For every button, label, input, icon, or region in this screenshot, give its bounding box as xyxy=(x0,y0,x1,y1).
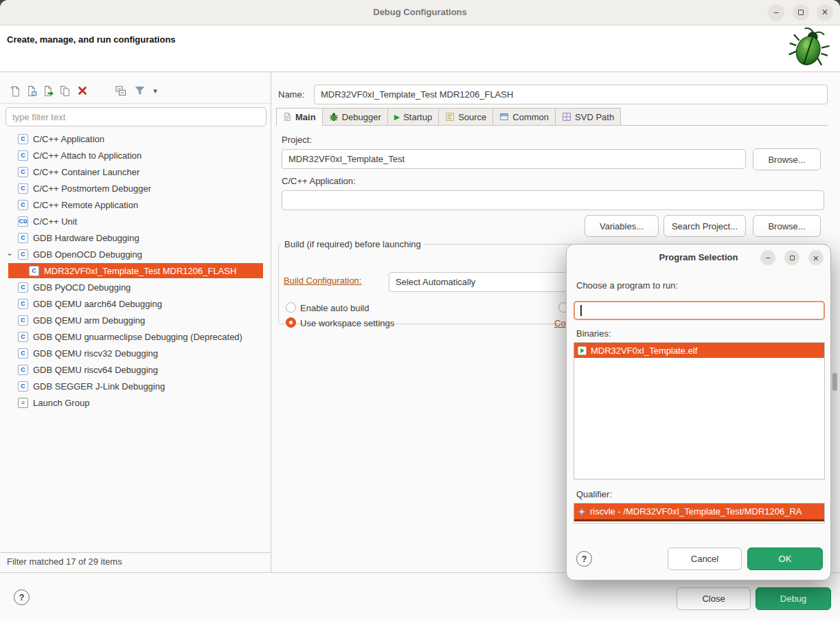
tree-item-2[interactable]: CC/C++ Container Launcher xyxy=(0,163,264,180)
tab-debugger[interactable]: Debugger xyxy=(322,108,388,125)
tree-item-1[interactable]: CC/C++ Attach to Application xyxy=(0,147,264,163)
svd-path-tab-icon xyxy=(562,112,571,122)
maximize-button[interactable] xyxy=(793,4,809,21)
collapse-all-icon xyxy=(115,85,126,96)
vertical-scrollbar[interactable] xyxy=(832,373,837,391)
tree-item-15[interactable]: CGDB SEGGER J-Link Debugging xyxy=(0,378,264,394)
dialog-close-icon[interactable]: × xyxy=(808,250,824,265)
common-tab-icon xyxy=(499,112,509,122)
radio-use-workspace-settings[interactable] xyxy=(286,317,296,328)
close-button[interactable]: Close xyxy=(677,587,751,610)
debug-configurations-window: Debug Configurations − × Create, manage,… xyxy=(0,0,840,621)
radio-use-workspace-settings-label: Use workspace settings xyxy=(300,318,394,328)
name-input[interactable] xyxy=(314,84,828,104)
tree-item-7[interactable]: ⌄CGDB OpenOCD Debugging xyxy=(0,246,264,262)
help-button[interactable]: ? xyxy=(14,589,30,605)
filter-menu-chevron-icon[interactable]: ▾ xyxy=(148,84,162,98)
build-configuration-link[interactable]: Build Configuration: xyxy=(284,275,361,286)
radio-enable-auto-build[interactable] xyxy=(286,302,296,313)
tab-common[interactable]: Common xyxy=(492,108,556,125)
debugger-tab-icon xyxy=(329,112,339,122)
cancel-button[interactable]: Cancel xyxy=(668,547,742,570)
configure-workspace-settings-link[interactable]: Co xyxy=(554,318,566,328)
program-search-input[interactable] xyxy=(575,302,824,319)
export-configurations-icon xyxy=(43,85,54,97)
maximize-icon xyxy=(798,10,804,15)
duplicate-configuration-button[interactable] xyxy=(58,84,71,98)
dialog-help-button[interactable]: ? xyxy=(576,551,592,567)
dialog-minimize-button[interactable]: − xyxy=(760,250,775,265)
tab-label: Main xyxy=(295,112,316,122)
tree-item-label: Launch Group xyxy=(33,398,89,408)
debug-button[interactable]: Debug xyxy=(756,587,831,610)
configuration-type-icon: C xyxy=(18,315,28,326)
tree-item-0[interactable]: CC/C++ Application xyxy=(0,131,264,147)
variables-button[interactable]: Variables... xyxy=(584,215,659,237)
new-prototype-button[interactable] xyxy=(25,84,38,98)
configuration-type-icon: C xyxy=(18,183,28,194)
binary-item-selected[interactable]: MDR32VF0xI_Template.elf xyxy=(574,343,824,358)
titlebar[interactable]: Debug Configurations − × xyxy=(0,0,840,25)
tree-item-label: C/C++ Postmortem Debugger xyxy=(33,183,151,194)
minimize-button[interactable]: − xyxy=(768,4,784,21)
delete-configuration-button[interactable] xyxy=(76,84,89,98)
filter-configurations-button[interactable] xyxy=(133,84,147,98)
tree-item-9[interactable]: CGDB PyOCD Debugging xyxy=(0,279,264,295)
tree-item-8[interactable]: CMDR32VF0xI_Template_Test MDR1206_FLASH xyxy=(0,262,264,279)
tree-item-6[interactable]: CGDB Hardware Debugging xyxy=(0,229,264,246)
tree-item-label: C/C++ Remote Application xyxy=(33,200,138,210)
configuration-type-icon: C xyxy=(18,299,28,309)
tab-label: SVD Path xyxy=(575,112,614,122)
close-icon[interactable]: × xyxy=(817,4,833,21)
configuration-type-icon: Cü xyxy=(18,216,28,227)
application-input[interactable] xyxy=(282,190,824,210)
program-selection-dialog: Program Selection − × Choose a program t… xyxy=(566,244,831,580)
tab-main[interactable]: Main xyxy=(276,108,323,126)
collapse-all-button[interactable] xyxy=(114,84,128,98)
debug-bug-logo-icon xyxy=(788,26,830,70)
tab-label: Common xyxy=(512,112,549,122)
tree-item-12[interactable]: CGDB QEMU gnuarmeclipse Debugging (Depre… xyxy=(0,328,264,345)
qualifier-item-selected[interactable]: riscvle - /MDR32VF0xI_Template_Test/MDR1… xyxy=(574,504,824,521)
tree-item-13[interactable]: CGDB QEMU riscv32 Debugging xyxy=(0,345,264,361)
ok-button[interactable]: OK xyxy=(747,547,823,570)
tree-item-11[interactable]: CGDB QEMU arm Debugging xyxy=(0,312,264,328)
combo-value: Select Automatically xyxy=(396,277,475,287)
status-divider xyxy=(0,552,271,553)
tree-filter-input[interactable] xyxy=(5,107,266,126)
tree-item-label: GDB SEGGER J-Link Debugging xyxy=(33,381,165,392)
source-tab-icon xyxy=(445,112,455,122)
browse-application-button[interactable]: Browse... xyxy=(753,215,821,237)
tree-item-14[interactable]: CGDB QEMU riscv64 Debugging xyxy=(0,361,264,378)
tab-svd-path[interactable]: SVD Path xyxy=(555,108,621,125)
project-input[interactable] xyxy=(282,149,746,169)
tree-item-10[interactable]: CGDB QEMU aarch64 Debugging xyxy=(0,295,264,312)
search-project-button[interactable]: Search Project... xyxy=(663,215,746,237)
browse-project-button[interactable]: Browse... xyxy=(753,148,821,170)
configuration-type-icon: C xyxy=(18,233,28,243)
qualifier-binary-icon xyxy=(578,508,586,516)
expand-chevron-icon[interactable]: ⌄ xyxy=(6,246,13,262)
configuration-type-icon: C xyxy=(18,282,28,293)
new-configuration-button[interactable] xyxy=(8,84,22,98)
dialog-maximize-icon xyxy=(790,256,795,260)
new-configuration-icon xyxy=(10,85,21,97)
qualifier-list: riscvle - /MDR32VF0xI_Template_Test/MDR1… xyxy=(574,503,825,523)
tree-item-label: C/C++ Container Launcher xyxy=(33,167,139,177)
tree-item-3[interactable]: CC/C++ Postmortem Debugger xyxy=(0,180,264,196)
launch-group-icon: ≡ xyxy=(18,398,28,408)
tab-label: Source xyxy=(458,112,486,122)
tab-source[interactable]: Source xyxy=(438,108,493,125)
export-configurations-button[interactable] xyxy=(41,84,55,98)
tab-bar: Main Debugger ▶ Startup Source Common SV… xyxy=(276,108,828,126)
tree-item-16[interactable]: ≡Launch Group xyxy=(0,394,264,411)
tab-startup[interactable]: ▶ Startup xyxy=(387,108,439,125)
tree-item-4[interactable]: CC/C++ Remote Application xyxy=(0,196,264,213)
panel-divider[interactable] xyxy=(271,72,271,572)
qualifier-item-label: riscvle - /MDR32VF0xI_Template_Test/MDR1… xyxy=(590,506,802,517)
dialog-maximize-button[interactable] xyxy=(784,250,799,265)
main-tab-icon xyxy=(283,112,292,122)
tree-item-label: GDB QEMU aarch64 Debugging xyxy=(33,299,162,309)
tree-item-label: GDB PyOCD Debugging xyxy=(33,282,130,293)
tree-item-5[interactable]: CüC/C++ Unit xyxy=(0,213,264,229)
